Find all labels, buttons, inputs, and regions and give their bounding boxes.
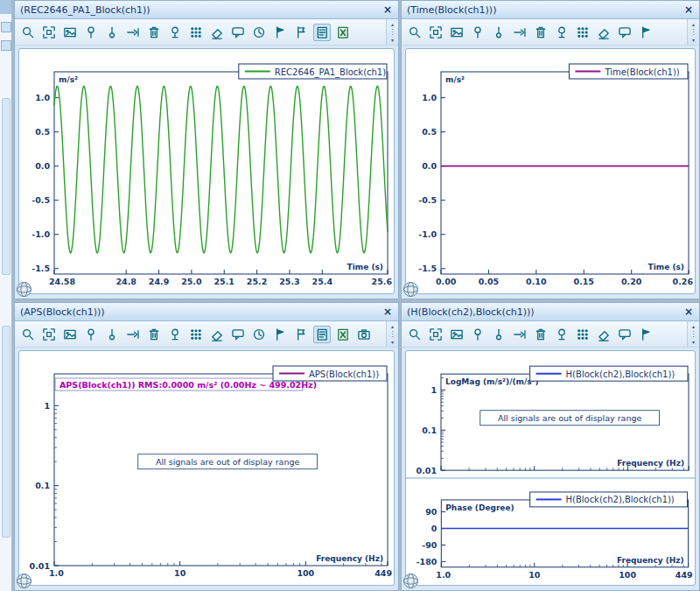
select-points-icon[interactable] bbox=[574, 326, 592, 343]
svg-text:H(Block(ch2),Block(ch1)): H(Block(ch2),Block(ch1)) bbox=[566, 369, 676, 379]
trash-icon[interactable] bbox=[145, 24, 163, 41]
scroll-down-icon[interactable]: ▾ bbox=[692, 339, 695, 345]
svg-text:Time(Block(ch1)): Time(Block(ch1)) bbox=[604, 67, 679, 77]
eraser-icon[interactable] bbox=[595, 24, 612, 41]
trash-icon[interactable] bbox=[145, 326, 163, 343]
image-icon[interactable] bbox=[448, 24, 466, 41]
toolbar-overflow-button[interactable]: ▴ ⋮ ▾ bbox=[687, 321, 699, 347]
thermometer-icon[interactable] bbox=[103, 326, 121, 343]
close-icon[interactable]: × bbox=[684, 306, 693, 317]
plot-frame: 1.01010044910.10.01LogMag m/s² (0-peak)F… bbox=[18, 350, 395, 586]
select-points-icon[interactable] bbox=[187, 326, 205, 343]
cursor-icon[interactable] bbox=[511, 326, 528, 343]
scroll-down-icon[interactable]: ▾ bbox=[692, 37, 695, 43]
frf-logmag-chart[interactable]: 10.10.01LogMag (m/s²)/(m/s²)Frequency (H… bbox=[406, 351, 695, 477]
flag-outline-icon[interactable] bbox=[292, 326, 310, 343]
cursor-icon[interactable] bbox=[511, 24, 528, 41]
navigation-globe-icon[interactable] bbox=[16, 573, 32, 589]
image-icon[interactable] bbox=[448, 326, 466, 343]
dock-icon[interactable] bbox=[1, 40, 11, 51]
pin-icon[interactable] bbox=[82, 24, 100, 41]
toolbar-icons bbox=[19, 24, 352, 41]
svg-text:10: 10 bbox=[528, 570, 541, 580]
navigation-globe-icon[interactable] bbox=[402, 281, 419, 298]
titlebar[interactable]: (H(Block(ch2),Block(ch1))) × bbox=[402, 303, 699, 321]
zoom-icon[interactable] bbox=[19, 24, 37, 41]
scroll-up-icon[interactable]: ▴ bbox=[391, 323, 394, 329]
balloon-icon[interactable] bbox=[553, 326, 570, 343]
camera-icon[interactable] bbox=[355, 326, 373, 343]
close-icon[interactable]: × bbox=[383, 4, 392, 15]
fit-icon[interactable] bbox=[40, 24, 58, 41]
toolbar-overflow-button[interactable]: ▴ ⋮ ▾ bbox=[386, 19, 398, 45]
pin-icon[interactable] bbox=[82, 326, 100, 343]
close-icon[interactable]: × bbox=[684, 4, 693, 15]
svg-text:Frequency (Hz): Frequency (Hz) bbox=[617, 556, 684, 565]
fit-icon[interactable] bbox=[40, 326, 58, 343]
comment-icon[interactable] bbox=[616, 24, 634, 41]
fit-icon[interactable] bbox=[427, 326, 444, 343]
balloon-icon[interactable] bbox=[166, 24, 184, 41]
grip-icon: ⋮ bbox=[389, 29, 396, 36]
time-block-chart[interactable]: 0.000.050.100.150.200.261.00.50.0-0.5-1.… bbox=[406, 49, 695, 293]
svg-text:Phase (Degree): Phase (Degree) bbox=[445, 503, 514, 512]
thermometer-icon[interactable] bbox=[490, 24, 508, 41]
zoom-icon[interactable] bbox=[406, 24, 424, 41]
cursor-icon[interactable] bbox=[124, 326, 142, 343]
comment-icon[interactable] bbox=[229, 24, 247, 41]
flag-icon[interactable] bbox=[271, 326, 289, 343]
svg-text:Time (s): Time (s) bbox=[347, 263, 383, 271]
scroll-up-icon[interactable]: ▴ bbox=[692, 21, 695, 27]
zoom-icon[interactable] bbox=[19, 326, 37, 343]
scroll-up-icon[interactable]: ▴ bbox=[692, 323, 695, 329]
pin-icon[interactable] bbox=[469, 24, 486, 41]
toolbar-overflow-button[interactable]: ▴ ⋮ ▾ bbox=[687, 19, 699, 45]
frf-phase-chart[interactable]: 1.010100449900-90-180Phase (Degree)Frequ… bbox=[406, 479, 695, 585]
clock-icon[interactable] bbox=[250, 24, 268, 41]
close-icon[interactable]: × bbox=[383, 306, 392, 317]
flag-icon[interactable] bbox=[271, 24, 289, 41]
thermometer-icon[interactable] bbox=[490, 326, 508, 343]
navigation-globe-icon[interactable] bbox=[16, 281, 32, 298]
dock-strip-header bbox=[0, 0, 11, 14]
select-points-icon[interactable] bbox=[187, 24, 205, 41]
image-icon[interactable] bbox=[61, 326, 79, 343]
flag-icon[interactable] bbox=[637, 24, 654, 41]
titlebar[interactable]: (APS(Block(ch1))) × bbox=[15, 303, 398, 321]
comment-icon[interactable] bbox=[229, 326, 247, 343]
eraser-icon[interactable] bbox=[208, 24, 226, 41]
scroll-down-icon[interactable]: ▾ bbox=[391, 37, 394, 43]
thermometer-icon[interactable] bbox=[103, 24, 121, 41]
cursor-icon[interactable] bbox=[124, 24, 142, 41]
eraser-icon[interactable] bbox=[595, 326, 612, 343]
dock-icon[interactable] bbox=[1, 22, 11, 32]
svg-text:449: 449 bbox=[374, 568, 392, 578]
excel-icon[interactable] bbox=[334, 326, 352, 343]
rec-time-series-chart[interactable]: 24.5824.824.925.025.125.225.325.425.61.0… bbox=[19, 49, 394, 293]
toolbar: ▴ ⋮ ▾ bbox=[15, 321, 398, 348]
balloon-icon[interactable] bbox=[166, 326, 184, 343]
flag-icon[interactable] bbox=[637, 326, 654, 343]
comment-icon[interactable] bbox=[616, 326, 634, 343]
image-icon[interactable] bbox=[61, 24, 79, 41]
pin-icon[interactable] bbox=[469, 326, 486, 343]
notes-icon[interactable] bbox=[313, 24, 331, 41]
flag-outline-icon[interactable] bbox=[292, 24, 310, 41]
balloon-icon[interactable] bbox=[553, 24, 570, 41]
titlebar[interactable]: (REC2646_PA1_Block(ch1)) × bbox=[15, 1, 398, 19]
eraser-icon[interactable] bbox=[208, 326, 226, 343]
titlebar[interactable]: (Time(Block(ch1))) × bbox=[402, 1, 699, 19]
clock-icon[interactable] bbox=[250, 326, 268, 343]
select-points-icon[interactable] bbox=[574, 24, 592, 41]
fit-icon[interactable] bbox=[427, 24, 444, 41]
scroll-up-icon[interactable]: ▴ bbox=[391, 21, 394, 27]
aps-spectrum-chart[interactable]: 1.01010044910.10.01LogMag m/s² (0-peak)F… bbox=[19, 351, 394, 585]
toolbar-overflow-button[interactable]: ▴ ⋮ ▾ bbox=[386, 321, 398, 347]
scroll-down-icon[interactable]: ▾ bbox=[391, 339, 394, 345]
trash-icon[interactable] bbox=[532, 326, 550, 343]
zoom-icon[interactable] bbox=[406, 326, 424, 343]
notes-icon[interactable] bbox=[313, 326, 331, 343]
trash-icon[interactable] bbox=[532, 24, 550, 41]
navigation-globe-icon[interactable] bbox=[402, 573, 419, 589]
excel-icon[interactable] bbox=[334, 24, 352, 41]
